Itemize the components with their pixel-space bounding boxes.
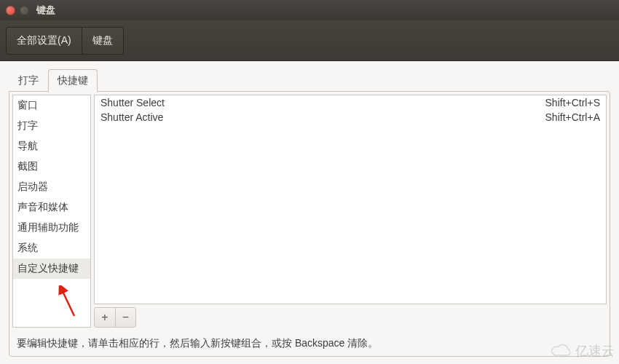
tab-panel: 窗口 打字 导航 截图 启动器 声音和媒体 通用辅助功能 系统 自定义快捷键 S… (9, 91, 610, 357)
minimize-icon[interactable] (20, 6, 29, 15)
window-title: 键盘 (36, 4, 55, 17)
shortcut-accel: Shift+Ctrl+A (545, 111, 600, 123)
watermark-text: 亿速云 (575, 342, 615, 360)
arrow-annotation-icon (57, 285, 79, 318)
sidebar-item-custom[interactable]: 自定义快捷键 (13, 258, 90, 279)
close-icon[interactable] (6, 6, 15, 15)
window-titlebar: 键盘 (0, 0, 619, 20)
sidebar-item-system[interactable]: 系统 (13, 238, 90, 258)
category-sidebar: 窗口 打字 导航 截图 启动器 声音和媒体 通用辅助功能 系统 自定义快捷键 (12, 95, 91, 328)
shortcut-list[interactable]: Shutter Select Shift+Ctrl+S Shutter Acti… (94, 95, 607, 304)
shortcut-name: Shutter Active (100, 111, 163, 123)
watermark: 亿速云 (551, 342, 615, 360)
add-button[interactable]: + (95, 308, 115, 327)
add-remove-toolbar: + − (94, 307, 136, 328)
shortcut-accel: Shift+Ctrl+S (545, 97, 600, 108)
shortcut-row[interactable]: Shutter Active Shift+Ctrl+A (95, 110, 606, 124)
svg-line-0 (61, 288, 74, 316)
sidebar-item-typing[interactable]: 打字 (13, 116, 90, 136)
sidebar-item-screenshot[interactable]: 截图 (13, 157, 90, 177)
sidebar-item-launcher[interactable]: 启动器 (13, 177, 90, 197)
sidebar-item-sound[interactable]: 声音和媒体 (13, 197, 90, 218)
tab-shortcuts[interactable]: 快捷键 (48, 69, 98, 92)
sidebar-item-navigation[interactable]: 导航 (13, 136, 90, 157)
cloud-icon (551, 344, 572, 358)
remove-button[interactable]: − (115, 308, 135, 327)
shortcut-row[interactable]: Shutter Select Shift+Ctrl+S (95, 95, 606, 110)
sidebar-item-windows[interactable]: 窗口 (13, 95, 90, 116)
all-settings-button[interactable]: 全部设置(A) (6, 27, 82, 55)
tab-strip: 打字 快捷键 (9, 68, 610, 91)
hint-text: 要编辑快捷键，请单击相应的行，然后输入新按键组合，或按 Backspace 清除… (12, 328, 607, 353)
shortcut-name: Shutter Select (100, 97, 165, 108)
tab-typing[interactable]: 打字 (9, 69, 48, 92)
content-area: 打字 快捷键 窗口 打字 导航 截图 启动器 声音和媒体 通用辅助功能 系统 自… (0, 61, 619, 364)
header-toolbar: 全部设置(A) 键盘 (0, 20, 619, 61)
sidebar-item-accessibility[interactable]: 通用辅助功能 (13, 218, 90, 238)
keyboard-crumb-button[interactable]: 键盘 (82, 27, 124, 55)
